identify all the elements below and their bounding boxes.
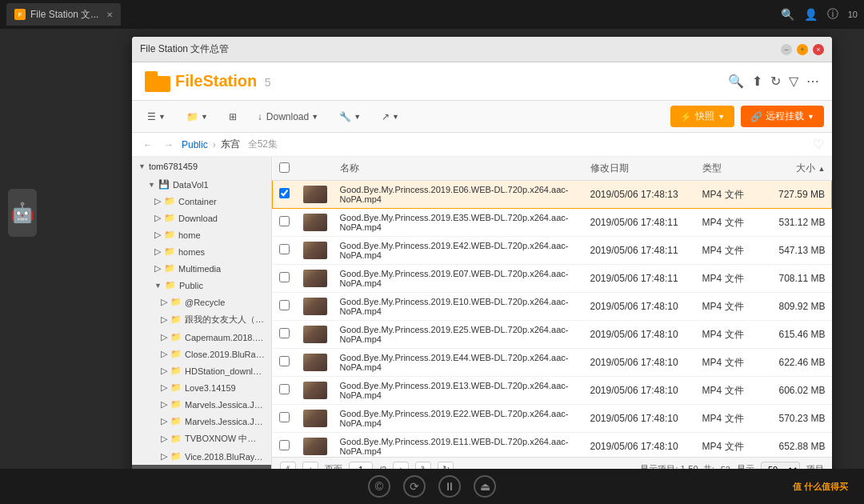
- row-thumb-cell: [297, 265, 334, 293]
- row-checkbox-cell[interactable]: [273, 377, 297, 405]
- table-row[interactable]: Good.Bye.My.Princess.2019.E07.WEB-DL.720…: [273, 265, 832, 293]
- row-checkbox-cell[interactable]: [273, 433, 297, 458]
- select-all-checkbox[interactable]: [279, 162, 290, 173]
- sidebar-item-love3[interactable]: ▷ 📁 Love3.14159: [132, 379, 271, 396]
- row-checkbox-cell[interactable]: [273, 405, 297, 433]
- table-row[interactable]: Good.Bye.My.Princess.2019.E25.WEB-DL.720…: [273, 321, 832, 349]
- taskbar-user-icon[interactable]: 👤: [804, 8, 818, 21]
- sidebar-item-close2019[interactable]: ▷ 📁 Close.2019.BluRay.REM...: [132, 346, 271, 362]
- tab-close-btn[interactable]: ✕: [106, 10, 113, 19]
- header-checkbox-cell[interactable]: [273, 157, 297, 181]
- table-scroll-area[interactable]: 名称 修改日期 类型 大小 ▲: [272, 157, 832, 457]
- copy-move-button[interactable]: ⊞: [222, 107, 244, 126]
- minimize-button[interactable]: −: [781, 44, 792, 55]
- bottom-icon-1[interactable]: ⟳: [403, 475, 426, 498]
- quick-connect-button[interactable]: ⚡ 快照 ▼: [670, 106, 734, 127]
- row-checkbox-cell[interactable]: [273, 181, 297, 209]
- table-row[interactable]: Good.Bye.My.Princess.2019.E42.WEB-DL.720…: [273, 237, 832, 265]
- row-checkbox[interactable]: [279, 188, 290, 198]
- new-folder-button[interactable]: 📁 ▼: [179, 107, 215, 126]
- sidebar-item-datavol1[interactable]: ▼ 💾 DataVol1: [132, 176, 271, 193]
- taskbar-search-icon[interactable]: 🔍: [781, 8, 794, 21]
- table-row[interactable]: Good.Bye.My.Princess.2019.E35.WEB-DL.720…: [273, 209, 832, 237]
- row-checkbox[interactable]: [279, 300, 290, 310]
- favorite-button[interactable]: ♡: [813, 137, 824, 152]
- row-checkbox[interactable]: [279, 244, 290, 254]
- header-more-icon[interactable]: ⋯: [806, 74, 819, 89]
- share-button[interactable]: ↗ ▼: [374, 107, 406, 126]
- row-checkbox[interactable]: [279, 412, 290, 422]
- header-type[interactable]: 类型: [696, 157, 760, 181]
- header-name[interactable]: 名称: [334, 157, 584, 181]
- row-checkbox[interactable]: [279, 384, 290, 394]
- remote-mount-button[interactable]: 🔗 远程挂载 ▼: [741, 106, 824, 127]
- taskbar-info-icon[interactable]: ⓘ: [827, 7, 838, 22]
- breadcrumb-public[interactable]: Public: [182, 139, 208, 150]
- sidebar-item-recycle[interactable]: ▷ 📁 @Recycle: [132, 294, 271, 310]
- sidebar-item-download[interactable]: ▷ 📁 Download: [132, 210, 271, 226]
- bottom-icon-0[interactable]: ©: [368, 475, 390, 498]
- sidebar-item-vice[interactable]: ▷ 📁 Vice.2018.BluRay.1080p...: [132, 448, 271, 465]
- sidebar-item-container[interactable]: ▷ 📁 Container: [132, 193, 271, 210]
- taskbar-actions: 🔍 👤 ⓘ 10: [781, 7, 858, 22]
- view-toggle-button[interactable]: ☰ ▼: [140, 107, 173, 126]
- vice-label: Vice.2018.BluRay.1080p...: [185, 452, 265, 462]
- sidebar-item-marvels2[interactable]: ▷ 📁 Marvels.Jessica.Jones.S...: [132, 413, 271, 430]
- sidebar-item-multimedia[interactable]: ▷ 📁 Multimedia: [132, 260, 271, 277]
- table-row[interactable]: Good.Bye.My.Princess.2019.E10.WEB-DL.720…: [273, 293, 832, 321]
- restore-button[interactable]: +: [797, 44, 808, 55]
- row-checkbox-cell[interactable]: [273, 265, 297, 293]
- love3-label: Love3.14159: [185, 383, 236, 393]
- row-checkbox[interactable]: [279, 272, 290, 282]
- sidebar-item-homes[interactable]: ▷ 📁 homes: [132, 243, 271, 260]
- sidebar-item-chinese[interactable]: ▷ 📁 跟我的女友大人（国韩双...: [132, 310, 271, 329]
- marvels1-expand-icon: ▷: [161, 399, 167, 410]
- table-row[interactable]: Good.Bye.My.Princess.2019.E22.WEB-DL.720…: [273, 405, 832, 433]
- table-row[interactable]: Good.Bye.My.Princess.2019.E44.WEB-DL.720…: [273, 349, 832, 377]
- header-filter-icon[interactable]: ▽: [789, 74, 798, 89]
- table-row[interactable]: Good.Bye.My.Princess.2019.E06.WEB-DL.720…: [273, 181, 832, 209]
- table-row[interactable]: Good.Bye.My.Princess.2019.E13.WEB-DL.720…: [273, 377, 832, 405]
- table-row[interactable]: Good.Bye.My.Princess.2019.E11.WEB-DL.720…: [273, 433, 832, 458]
- sidebar-section-user[interactable]: ▼ tom6781459: [132, 157, 271, 176]
- bottom-icon-2[interactable]: ⏸: [438, 475, 461, 498]
- thumb-image: [303, 326, 327, 343]
- header-size[interactable]: 大小 ▲: [760, 157, 832, 181]
- row-checkbox[interactable]: [279, 216, 290, 226]
- row-checkbox-cell[interactable]: [273, 349, 297, 377]
- main-content: ▼ tom6781459 ▼ 💾 DataVol1 ▷ 📁 Container …: [132, 157, 832, 481]
- close-button[interactable]: ×: [813, 44, 824, 55]
- sidebar-item-public[interactable]: ▼ 📁 Public: [132, 277, 271, 294]
- header-refresh-icon[interactable]: ↻: [770, 74, 781, 89]
- sidebar-item-tvboxnow[interactable]: ▷ 📁 TVBOXNOW 中國通史: [132, 430, 271, 448]
- file-thumbnail: [303, 242, 327, 259]
- download-icon: ↓: [258, 111, 262, 122]
- bottom-icon-3[interactable]: ⏏: [474, 475, 496, 498]
- row-date: 2019/05/06 17:48:10: [584, 349, 696, 377]
- download-button[interactable]: ↓ Download ▼: [250, 107, 326, 126]
- row-checkbox-cell[interactable]: [273, 321, 297, 349]
- header-date[interactable]: 修改日期: [584, 157, 696, 181]
- logo-file: File: [175, 72, 202, 90]
- sidebar-item-capemaum[interactable]: ▷ 📁 Capemaum.2018.BluRay...: [132, 329, 271, 346]
- row-checkbox[interactable]: [279, 440, 290, 450]
- marvels1-label: Marvels.Jessica.Jones.S...: [185, 400, 265, 410]
- sidebar-item-home[interactable]: ▷ 📁 home: [132, 226, 271, 243]
- file-thumbnail: [303, 270, 327, 287]
- row-thumb-cell: [297, 209, 334, 237]
- row-checkbox-cell[interactable]: [273, 237, 297, 265]
- row-checkbox[interactable]: [279, 356, 290, 366]
- nav-back-button[interactable]: ←: [140, 137, 156, 153]
- tools-button[interactable]: 🔧 ▼: [332, 107, 368, 126]
- row-checkbox[interactable]: [279, 328, 290, 338]
- row-checkbox-cell[interactable]: [273, 293, 297, 321]
- header-search-icon[interactable]: 🔍: [728, 74, 744, 89]
- taskbar-tab[interactable]: F File Station 文... ✕: [6, 3, 121, 26]
- sidebar-item-hdstation[interactable]: ▷ 📁 HDStation_download: [132, 362, 271, 379]
- thumb-image: [303, 382, 327, 399]
- row-checkbox-cell[interactable]: [273, 209, 297, 237]
- capemaum-label: Capemaum.2018.BluRay...: [185, 333, 265, 342]
- nav-forward-button[interactable]: →: [161, 137, 177, 153]
- header-upload-icon[interactable]: ⬆: [752, 74, 762, 89]
- sidebar-item-marvels1[interactable]: ▷ 📁 Marvels.Jessica.Jones.S...: [132, 396, 271, 413]
